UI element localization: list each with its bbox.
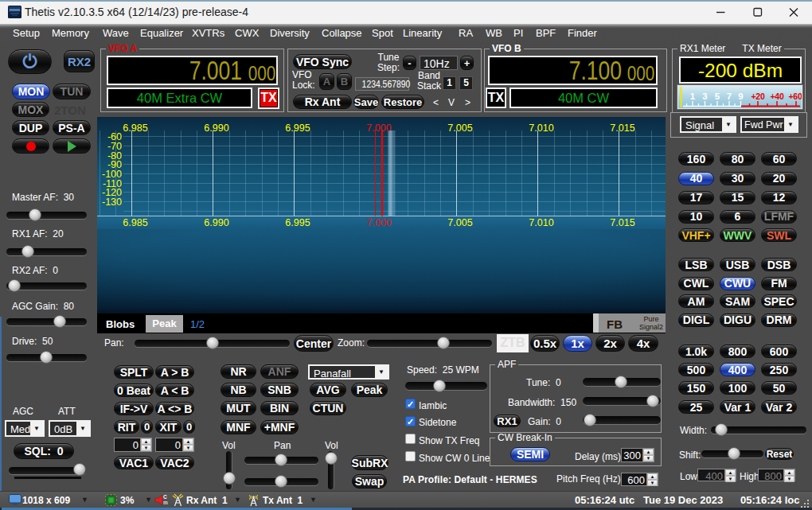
svg-text:7.015: 7.015 [610, 217, 634, 228]
svg-text:6.990: 6.990 [204, 217, 228, 228]
svg-text:3: 3 [702, 91, 707, 101]
svg-text:+40: +40 [771, 91, 784, 101]
svg-text:-130: -130 [102, 197, 122, 208]
svg-text:7.000: 7.000 [366, 123, 391, 134]
svg-text:C: C [163, 494, 167, 500]
svg-text:6.985: 6.985 [123, 217, 147, 228]
svg-text:7.000: 7.000 [366, 217, 391, 228]
svg-text:7.005: 7.005 [447, 123, 472, 134]
svg-text:6.985: 6.985 [123, 123, 147, 134]
svg-text:7: 7 [727, 91, 732, 101]
svg-text:9: 9 [738, 91, 743, 101]
svg-text:+60: +60 [789, 91, 802, 101]
svg-text:7.015: 7.015 [610, 123, 634, 134]
svg-text:m: m [163, 500, 168, 505]
svg-text:6.995: 6.995 [285, 217, 310, 228]
svg-text:7.010: 7.010 [529, 217, 553, 228]
svg-text:+20: +20 [751, 91, 765, 101]
svg-text:7.005: 7.005 [447, 217, 472, 228]
svg-text:6.995: 6.995 [285, 123, 310, 134]
svg-text:1: 1 [690, 91, 696, 101]
svg-text:5: 5 [715, 91, 720, 101]
svg-text:7.010: 7.010 [529, 123, 553, 134]
svg-text:6.990: 6.990 [204, 123, 228, 134]
